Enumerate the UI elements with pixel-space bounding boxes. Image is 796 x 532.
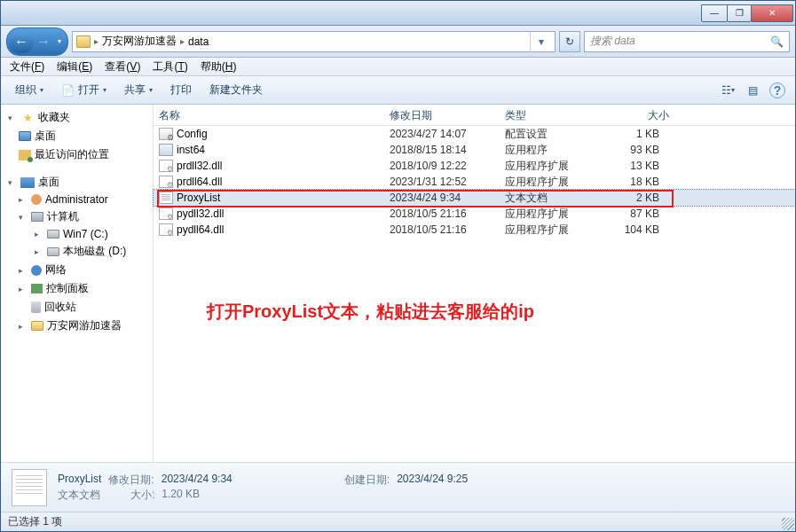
- notepad-icon: 📄: [61, 84, 75, 97]
- drive-icon: [47, 230, 59, 239]
- sidebar-item-network[interactable]: ▸网络: [3, 261, 151, 279]
- text-file-icon: [12, 469, 47, 506]
- file-date: 2023/4/24 9:34: [384, 191, 500, 205]
- details-filename: ProxyList: [58, 473, 101, 488]
- trash-icon: [31, 301, 41, 313]
- user-icon: [31, 194, 42, 205]
- forward-button[interactable]: →: [34, 30, 53, 53]
- sidebar-item-user[interactable]: ▸Administrator: [3, 192, 151, 207]
- status-text: 已选择 1 项: [8, 514, 62, 529]
- file-name: prdll64.dll: [177, 176, 222, 188]
- view-mode-button[interactable]: ☷ ▾: [717, 80, 738, 101]
- sidebar-item-folder[interactable]: ▸万安网游加速器: [3, 317, 151, 335]
- share-button[interactable]: 共享 ▾: [117, 79, 160, 101]
- search-input[interactable]: 搜索 data 🔍: [584, 31, 790, 52]
- organize-button[interactable]: 组织 ▾: [8, 79, 51, 101]
- new-folder-button[interactable]: 新建文件夹: [202, 79, 270, 101]
- path-dropdown[interactable]: ▾: [530, 31, 551, 52]
- file-row[interactable]: Config2023/4/27 14:07配置设置1 KB: [154, 126, 795, 142]
- file-row[interactable]: pydll32.dll2018/10/5 21:16应用程序扩展87 KB: [154, 206, 795, 222]
- file-name: inst64: [177, 144, 205, 156]
- file-date: 2018/10/5 21:16: [384, 207, 500, 221]
- file-date: 2018/8/15 18:14: [384, 143, 500, 157]
- file-icon: [159, 144, 173, 156]
- column-date[interactable]: 修改日期: [384, 105, 500, 125]
- menu-help[interactable]: 帮助(H): [195, 58, 242, 76]
- sidebar-item-recent[interactable]: 最近访问的位置: [3, 145, 151, 164]
- titlebar: — ❐ ✕: [1, 1, 795, 26]
- file-row[interactable]: pydll64.dll2018/10/5 21:16应用程序扩展104 KB: [154, 222, 795, 238]
- sidebar-item-desktop[interactable]: 桌面: [3, 127, 151, 145]
- file-icon: [159, 160, 173, 172]
- menu-file[interactable]: 文件(F): [4, 58, 50, 76]
- navbar: ← → ▾ ▸ 万安网游加速器 ▸ data ▾ ↻ 搜索 data 🔍: [1, 26, 795, 58]
- file-row[interactable]: prdll64.dll2023/1/31 12:52应用程序扩展18 KB: [154, 174, 795, 190]
- sidebar-item-computer[interactable]: ▾计算机: [3, 207, 151, 226]
- resize-grip[interactable]: [782, 518, 794, 530]
- minimize-button[interactable]: —: [701, 4, 728, 22]
- sidebar-item-drive-c[interactable]: ▸Win7 (C:): [3, 226, 151, 242]
- file-date: 2018/10/5 21:16: [384, 223, 500, 237]
- menu-tools[interactable]: 工具(T): [147, 58, 193, 76]
- refresh-button[interactable]: ↻: [559, 31, 580, 52]
- open-button[interactable]: 📄打开 ▾: [54, 79, 114, 101]
- file-date: 2023/1/31 12:52: [384, 175, 500, 189]
- sidebar-label: 收藏夹: [38, 110, 70, 125]
- explorer-window: — ❐ ✕ ← → ▾ ▸ 万安网游加速器 ▸ data ▾ ↻ 搜索 data…: [0, 0, 796, 532]
- file-icon: [159, 192, 173, 204]
- file-size: 87 KB: [599, 207, 675, 221]
- close-button[interactable]: ✕: [751, 4, 793, 22]
- column-size[interactable]: 大小: [599, 105, 675, 125]
- folder-icon: [31, 321, 43, 331]
- file-icon: [159, 176, 173, 188]
- file-date: 2023/4/27 14:07: [384, 127, 500, 141]
- help-icon: ?: [769, 82, 785, 98]
- file-row[interactable]: prdll32.dll2018/10/9 12:22应用程序扩展13 KB: [154, 158, 795, 174]
- menu-view[interactable]: 查看(V): [99, 58, 146, 76]
- sidebar-item-recycle-bin[interactable]: 回收站: [3, 298, 151, 317]
- file-icon: [159, 223, 173, 236]
- preview-pane-button[interactable]: ▤: [742, 80, 763, 101]
- breadcrumb-part[interactable]: 万安网游加速器: [102, 34, 177, 49]
- desktop-icon: [19, 131, 31, 141]
- maximize-button[interactable]: ❐: [727, 4, 752, 22]
- toolbar: 组织 ▾ 📄打开 ▾ 共享 ▾ 打印 新建文件夹 ☷ ▾ ▤ ?: [1, 76, 795, 105]
- help-button[interactable]: ?: [767, 80, 788, 101]
- sidebar: ▾ ★ 收藏夹 桌面 最近访问的位置 ▾ 桌面 ▸Administrator ▾…: [1, 105, 154, 462]
- menu-edit[interactable]: 编辑(E): [51, 58, 98, 76]
- details-size-label: 大小:: [130, 488, 154, 503]
- column-name[interactable]: 名称: [154, 105, 384, 125]
- file-size: 1 KB: [599, 127, 675, 141]
- address-bar[interactable]: ▸ 万安网游加速器 ▸ data ▾: [72, 31, 556, 52]
- print-button[interactable]: 打印: [163, 79, 199, 101]
- breadcrumb-sep: ▸: [94, 36, 99, 46]
- sidebar-favorites[interactable]: ▾ ★ 收藏夹: [3, 108, 151, 127]
- file-date: 2018/10/9 12:22: [384, 159, 500, 173]
- column-type[interactable]: 类型: [500, 105, 599, 125]
- back-button[interactable]: ←: [9, 30, 34, 53]
- file-row[interactable]: inst642018/8/15 18:14应用程序93 KB: [154, 142, 795, 158]
- expand-icon[interactable]: ▾: [8, 178, 17, 187]
- sidebar-item-drive-d[interactable]: ▸本地磁盘 (D:): [3, 242, 151, 261]
- sidebar-item-control-panel[interactable]: ▸控制面板: [3, 279, 151, 298]
- details-mod-label: 修改日期:: [108, 473, 154, 488]
- drive-icon: [47, 247, 59, 256]
- main-area: ▾ ★ 收藏夹 桌面 最近访问的位置 ▾ 桌面 ▸Administrator ▾…: [1, 105, 795, 462]
- control-panel-icon: [31, 284, 43, 293]
- nav-history-dropdown[interactable]: ▾: [53, 30, 66, 53]
- window-buttons: — ❐ ✕: [702, 4, 793, 22]
- sidebar-desktop[interactable]: ▾ 桌面: [3, 173, 151, 192]
- file-type: 应用程序扩展: [500, 222, 599, 239]
- expand-icon[interactable]: ▾: [8, 113, 17, 122]
- sidebar-label: 桌面: [38, 175, 59, 190]
- details-text: ProxyList 修改日期: 2023/4/24 9:34 创建日期: 202…: [58, 473, 468, 503]
- file-name: pydll32.dll: [177, 207, 224, 220]
- file-row[interactable]: ProxyList2023/4/24 9:34文本文档2 KB: [154, 190, 795, 206]
- file-icon: [159, 207, 173, 220]
- breadcrumb-part[interactable]: data: [188, 35, 209, 48]
- status-bar: 已选择 1 项: [1, 512, 795, 531]
- network-icon: [31, 265, 42, 276]
- file-size: 104 KB: [599, 223, 675, 237]
- computer-icon: [31, 212, 43, 222]
- chevron-down-icon: ▾: [149, 86, 153, 94]
